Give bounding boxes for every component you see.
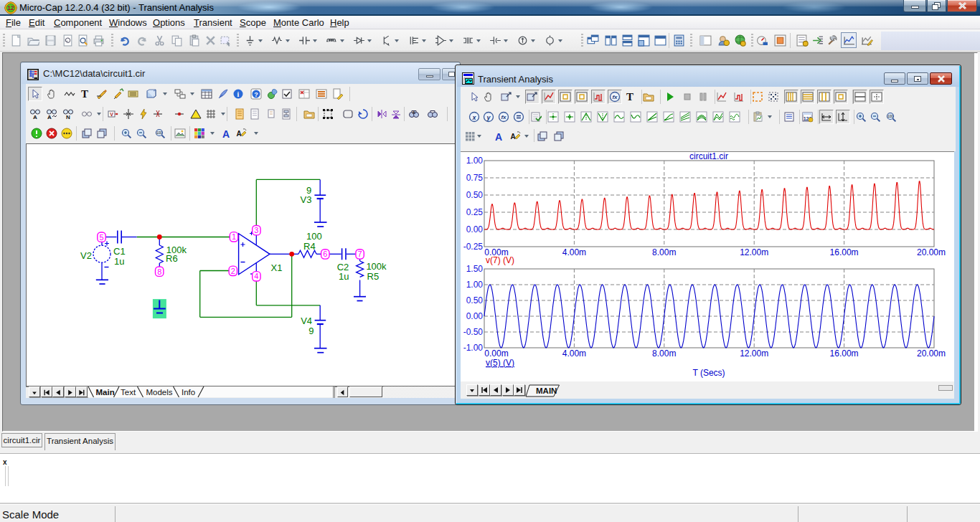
svg-text:A: A <box>236 130 241 138</box>
svg-text:1u: 1u <box>114 256 124 267</box>
svg-text:0.00m: 0.00m <box>484 348 508 359</box>
svg-text:6: 6 <box>323 250 327 258</box>
svg-text:v(5) (V): v(5) (V) <box>486 358 514 368</box>
svg-text:2: 2 <box>231 267 235 275</box>
svg-text:Info: Info <box>182 388 195 397</box>
svg-text:N: N <box>66 114 70 120</box>
svg-text:0.75: 0.75 <box>466 173 484 183</box>
svg-text:V3: V3 <box>301 194 312 205</box>
svg-text:i: i <box>237 90 240 98</box>
svg-text:3: 3 <box>254 226 258 234</box>
svg-text:4: 4 <box>254 272 258 280</box>
svg-text:8.00m: 8.00m <box>652 247 676 257</box>
svg-text:4.00m: 4.00m <box>562 247 586 257</box>
svg-text:fx: fx <box>612 94 618 100</box>
svg-text:100: 100 <box>887 115 893 118</box>
svg-text:4.00m: 4.00m <box>562 348 586 359</box>
svg-text:-0.25: -0.25 <box>463 242 484 252</box>
svg-text:1: 1 <box>232 232 236 241</box>
svg-text:A: A <box>222 128 230 140</box>
svg-text:T: T <box>626 91 633 103</box>
svg-text:8.00m: 8.00m <box>652 348 676 359</box>
svg-text:0.50: 0.50 <box>466 190 484 200</box>
svg-text:5: 5 <box>99 233 103 242</box>
svg-text:12.00m: 12.00m <box>740 348 768 359</box>
svg-text:V: V <box>110 112 113 117</box>
svg-text:T: T <box>81 88 88 100</box>
svg-text:12: 12 <box>7 4 14 11</box>
svg-text:R6: R6 <box>166 253 178 264</box>
svg-text:x: x <box>471 114 476 121</box>
svg-text:20.00m: 20.00m <box>917 247 946 257</box>
svg-text:circuit1.cir: circuit1.cir <box>689 151 728 161</box>
svg-text:16.00m: 16.00m <box>830 247 859 257</box>
svg-text:20.00m: 20.00m <box>917 348 946 359</box>
svg-text:Models: Models <box>146 388 173 397</box>
svg-text:A: A <box>495 131 502 143</box>
svg-text:A: A <box>413 110 416 115</box>
svg-text:A: A <box>47 114 52 120</box>
svg-text:100: 100 <box>156 131 162 135</box>
svg-text:A: A <box>510 133 515 141</box>
svg-text:0.50: 0.50 <box>466 295 484 305</box>
svg-text:-1.00: -1.00 <box>463 343 484 353</box>
svg-text:7: 7 <box>358 250 362 258</box>
svg-text:0.00: 0.00 <box>466 311 484 321</box>
svg-text:R5: R5 <box>367 271 380 282</box>
svg-text:1.00: 1.00 <box>466 280 484 290</box>
svg-text:Text: Text <box>121 388 136 397</box>
svg-text:1u: 1u <box>339 271 349 282</box>
svg-text:y: y <box>486 114 491 121</box>
svg-text:9: 9 <box>308 326 314 336</box>
svg-text:1.00: 1.00 <box>466 156 484 166</box>
svg-text:?: ? <box>254 91 258 98</box>
svg-text:v(7) (V): v(7) (V) <box>486 255 514 265</box>
svg-text:V2: V2 <box>80 250 92 261</box>
svg-text:100k: 100k <box>366 261 387 272</box>
svg-text:MAIN: MAIN <box>536 386 557 395</box>
svg-text:12.00m: 12.00m <box>740 247 768 257</box>
svg-text:T (Secs): T (Secs) <box>692 368 725 378</box>
svg-text:fx: fx <box>501 114 507 120</box>
svg-text:0.25: 0.25 <box>466 207 484 217</box>
svg-text:16.00m: 16.00m <box>830 348 859 359</box>
svg-text:C1: C1 <box>113 246 126 257</box>
svg-text:8: 8 <box>157 267 161 276</box>
svg-text:Main: Main <box>96 388 115 397</box>
svg-text:1.50: 1.50 <box>466 264 484 274</box>
svg-text:A: A <box>33 114 37 120</box>
svg-text:0.00: 0.00 <box>466 224 484 234</box>
svg-text:-0.50: -0.50 <box>463 327 484 337</box>
svg-text:R4: R4 <box>303 241 316 252</box>
svg-text:X1: X1 <box>271 262 283 273</box>
